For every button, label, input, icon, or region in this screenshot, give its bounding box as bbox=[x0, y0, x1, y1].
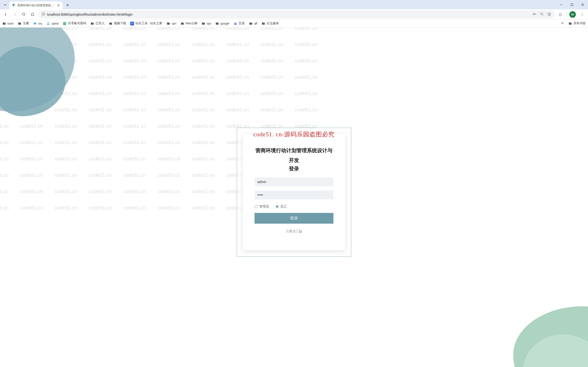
bookmark-google[interactable]: google bbox=[215, 22, 229, 25]
bookmark-vpn[interactable]: vpn bbox=[167, 22, 176, 25]
close-icon bbox=[581, 3, 584, 6]
chinaz-icon: 站 bbox=[130, 22, 134, 25]
bookmark-aff[interactable]: aff bbox=[249, 22, 257, 25]
chevron-down-icon bbox=[4, 3, 7, 6]
login-card-outer: 营商环境行动计划管理系统设计与开发 登录 管理员 员工 登录 bbox=[237, 128, 351, 257]
puzzle-icon bbox=[559, 12, 563, 16]
register-link[interactable]: 注册员工 bbox=[254, 229, 334, 234]
passwords-icon[interactable] bbox=[532, 12, 537, 17]
window-controls bbox=[556, 0, 588, 9]
role-radio-group: 管理员 员工 bbox=[254, 205, 334, 209]
bookmark-all[interactable]: 所有书签 bbox=[568, 21, 586, 25]
bookmark-uplod[interactable]: uplod bbox=[46, 22, 59, 25]
folder-icon bbox=[2, 22, 6, 25]
folder-icon bbox=[215, 22, 219, 25]
svg-point-3 bbox=[533, 13, 535, 15]
login-title: 营商环境行动计划管理系统设计与开发 bbox=[254, 146, 334, 165]
svg-point-14 bbox=[236, 24, 236, 24]
bookmark-star-icon[interactable] bbox=[547, 12, 551, 17]
password-input[interactable] bbox=[254, 191, 334, 199]
browser-menu-button[interactable] bbox=[578, 10, 586, 18]
svg-point-6 bbox=[582, 14, 582, 15]
new-tab-button[interactable] bbox=[64, 2, 71, 8]
address-bar[interactable]: localhost:8080/springbootf9uxi/admin/dis… bbox=[39, 10, 554, 18]
bookmarks-overflow-button[interactable] bbox=[560, 21, 564, 26]
folder-icon bbox=[568, 22, 572, 25]
svg-point-5 bbox=[582, 13, 582, 14]
bookmarks-bar: tools 宝藏 txy uplod 共享账号密码 已导入 视频下载 站 站长工 bbox=[0, 20, 588, 27]
kebab-icon bbox=[580, 13, 584, 16]
plus-icon bbox=[66, 3, 69, 7]
forward-button[interactable] bbox=[11, 10, 19, 18]
cloud-icon bbox=[33, 22, 37, 25]
chevron-right-double-icon bbox=[560, 21, 564, 25]
baidu-icon bbox=[234, 22, 237, 25]
bookmark-tools[interactable]: tools bbox=[2, 22, 14, 25]
folder-icon bbox=[249, 22, 253, 25]
tab-title: 营商环境行动计划管理系统设计 bbox=[17, 3, 55, 8]
separator bbox=[567, 12, 567, 17]
site-info-icon[interactable] bbox=[42, 12, 45, 17]
svg-point-7 bbox=[582, 15, 582, 16]
bookmark-vps[interactable]: vps bbox=[202, 22, 211, 25]
minimize-icon bbox=[560, 3, 563, 6]
folder-icon bbox=[167, 22, 170, 25]
reload-icon bbox=[22, 12, 26, 16]
reload-button[interactable] bbox=[20, 10, 28, 18]
folder-icon bbox=[109, 22, 113, 25]
radio-admin-label: 管理员 bbox=[259, 205, 269, 209]
avatar-letter: W bbox=[571, 13, 574, 16]
radio-employee-label: 员工 bbox=[280, 205, 287, 209]
bookmark-social-media[interactable]: 社交媒体 bbox=[261, 21, 279, 25]
upload-icon bbox=[46, 22, 50, 25]
folder-icon bbox=[202, 22, 205, 25]
red-watermark: code51. cn-源码乐园盗图必究 bbox=[253, 130, 335, 138]
close-window-button[interactable] bbox=[577, 0, 588, 9]
bookmark-baozang[interactable]: 宝藏 bbox=[18, 21, 29, 25]
vue-favicon-icon bbox=[12, 3, 15, 7]
folder-icon bbox=[18, 22, 21, 25]
radio-admin-input[interactable] bbox=[254, 205, 258, 208]
svg-point-12 bbox=[236, 22, 236, 23]
arrow-left-icon bbox=[4, 12, 8, 17]
profile-avatar[interactable]: W bbox=[569, 11, 576, 18]
username-input[interactable] bbox=[254, 177, 334, 186]
minimize-button[interactable] bbox=[556, 0, 567, 9]
home-icon bbox=[31, 12, 34, 16]
bookmark-maxcloud[interactable]: Max云梯 bbox=[181, 21, 197, 25]
extensions-button[interactable] bbox=[556, 10, 564, 18]
svg-point-11 bbox=[235, 22, 235, 23]
zoom-icon[interactable] bbox=[540, 12, 544, 17]
browser-toolbar: localhost:8080/springbootf9uxi/admin/dis… bbox=[0, 9, 588, 20]
bookmark-chinaz[interactable]: 站 站长工具 - 站长之家 bbox=[130, 21, 162, 25]
browser-tab[interactable]: 营商环境行动计划管理系统设计 bbox=[9, 1, 63, 9]
radio-employee[interactable]: 员工 bbox=[276, 205, 287, 209]
tab-search-button[interactable] bbox=[2, 1, 8, 8]
bookmark-shared-accounts[interactable]: 共享账号密码 bbox=[63, 21, 86, 25]
bookmark-video-download[interactable]: 视频下载 bbox=[109, 21, 126, 25]
maximize-button[interactable] bbox=[567, 0, 577, 9]
bookmark-txy[interactable]: txy bbox=[33, 22, 42, 25]
page-viewport: code51.cncode51.cncode51.cncode51.cncode… bbox=[0, 27, 588, 367]
bookmark-imported[interactable]: 已导入 bbox=[90, 21, 105, 25]
login-subtitle: 登录 bbox=[254, 165, 334, 172]
radio-employee-input[interactable] bbox=[276, 205, 279, 208]
maximize-icon bbox=[571, 3, 573, 6]
svg-point-2 bbox=[43, 13, 44, 14]
close-icon bbox=[57, 4, 59, 7]
browser-titlebar: 营商环境行动计划管理系统设计 bbox=[0, 0, 588, 9]
svg-rect-0 bbox=[571, 4, 573, 6]
url-text: localhost:8080/springbootf9uxi/admin/dis… bbox=[47, 13, 133, 16]
cursor-icon bbox=[299, 229, 302, 233]
login-button[interactable]: 登录 bbox=[254, 213, 334, 224]
folder-icon bbox=[90, 22, 94, 25]
sheet-icon bbox=[63, 22, 67, 25]
svg-text:站: 站 bbox=[131, 22, 133, 25]
svg-point-13 bbox=[234, 24, 235, 24]
bookmark-baidu[interactable]: 百度 bbox=[234, 21, 245, 25]
tab-close-button[interactable] bbox=[57, 3, 60, 7]
folder-icon bbox=[181, 22, 184, 25]
back-button[interactable] bbox=[2, 10, 10, 18]
home-button[interactable] bbox=[28, 10, 36, 18]
radio-admin[interactable]: 管理员 bbox=[254, 205, 269, 209]
